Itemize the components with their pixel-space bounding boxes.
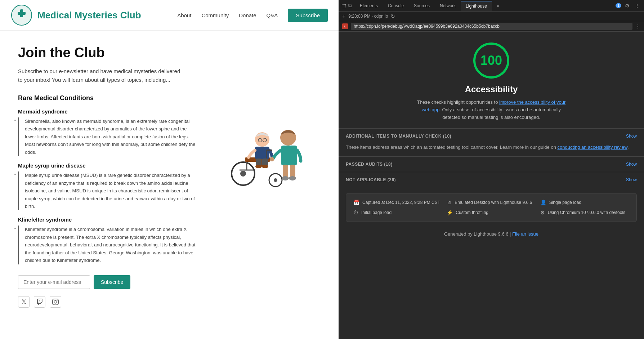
svg-point-6 — [274, 178, 277, 182]
score-title: Accessibility — [465, 84, 518, 94]
svg-point-4 — [240, 171, 246, 177]
score-number: 100 — [480, 53, 502, 68]
text-column: Rare Medical Conditions Mermaid syndrome… — [18, 94, 198, 308]
chromium-icon: ⚙ — [540, 210, 545, 215]
svg-point-22 — [270, 157, 274, 161]
reload-icon[interactable]: ↻ — [391, 13, 395, 19]
inspect-icon[interactable]: ⬚ — [341, 3, 346, 9]
instagram-icon[interactable] — [50, 296, 61, 308]
condition-1-heading: Mermaid syndrome — [18, 108, 198, 115]
more-icon[interactable]: ⋮ — [633, 2, 641, 9]
initial-load-text: Initial page load — [361, 209, 392, 216]
svg-rect-2 — [18, 12, 26, 15]
audit-na-show[interactable]: Show — [626, 177, 637, 182]
svg-point-18 — [255, 165, 262, 168]
nav-about[interactable]: About — [177, 12, 191, 18]
settings-icon[interactable]: ⚙ — [623, 2, 631, 9]
devtools-urlbar: + 9:28:08 PM · cdpn.io ↻ — [339, 12, 644, 21]
footer-col-1: 📅 Captured at Dec 11, 2022, 9:28 PM CST … — [353, 199, 442, 216]
svg-rect-24 — [290, 165, 295, 177]
wheelchair-illustration — [209, 94, 303, 195]
intro-text: Subscribe to our e-newsletter and have m… — [18, 67, 184, 84]
svg-point-26 — [289, 176, 296, 180]
twitch-icon[interactable] — [34, 296, 45, 308]
captured-item: 📅 Captured at Dec 11, 2022, 9:28 PM CST — [353, 199, 442, 206]
twitter-icon[interactable]: 𝕏 — [18, 296, 30, 308]
url-input[interactable] — [351, 23, 632, 30]
chromium-text: Using Chromium 107.0.0.0 with devtools — [548, 209, 625, 216]
audit-passed-title: PASSED AUDITS (18) — [346, 162, 626, 167]
main-content: Join the Club Subscribe to our e-newslet… — [0, 31, 339, 322]
svg-point-25 — [282, 176, 289, 180]
subscribe-form: Subscribe — [18, 275, 198, 289]
url-bar: L ⋮ — [339, 21, 644, 32]
devtools-panel: ⬚ ⧉ Elements Console Sources Network Lig… — [339, 0, 644, 339]
navigation: Medical Mysteries Club About Community D… — [0, 0, 339, 31]
tab-lighthouse[interactable]: Lighthouse — [461, 1, 492, 11]
social-icons: 𝕏 — [18, 296, 198, 308]
svg-rect-23 — [283, 165, 288, 177]
condition-2-text: Maple syrup urine disease (MSUD) is a ra… — [18, 171, 198, 210]
logo — [11, 4, 32, 26]
email-input[interactable] — [18, 275, 90, 289]
back-button[interactable]: + — [342, 13, 345, 19]
url-more-icon[interactable]: ⋮ — [635, 23, 640, 29]
device-icon[interactable]: ⧉ — [348, 3, 352, 9]
single-page-text: Single page load — [549, 199, 581, 206]
tab-more[interactable]: » — [492, 1, 505, 10]
audit-na-title: NOT APPLICABLE (26) — [346, 177, 626, 182]
score-description: These checks highlight opportunities to … — [416, 99, 567, 121]
notification-badge: 1 — [616, 3, 621, 8]
favicon: L — [342, 23, 348, 29]
network-icon: ⚡ — [447, 210, 453, 215]
footer-col-2: 🖥 Emulated Desktop with Lighthouse 9.6.6… — [447, 199, 536, 216]
tab-network[interactable]: Network — [435, 1, 461, 10]
lighthouse-panel: 100 Accessibility These checks highlight… — [339, 32, 644, 339]
audit-manual-show[interactable]: Show — [626, 134, 637, 139]
subscribe-button[interactable]: Subscribe — [94, 275, 130, 289]
svg-point-19 — [262, 165, 268, 168]
nav-qa[interactable]: Q&A — [267, 12, 278, 18]
file-issue-link[interactable]: File an issue — [512, 231, 538, 237]
lighthouse-footer: 📅 Captured at Dec 11, 2022, 9:28 PM CST … — [346, 193, 637, 222]
nav-subscribe-button[interactable]: Subscribe — [288, 9, 328, 22]
score-circle: 100 — [473, 43, 509, 79]
calendar-icon: 📅 — [353, 200, 359, 205]
site-title: Medical Mysteries Club — [37, 10, 141, 21]
score-section: 100 Accessibility These checks highlight… — [339, 32, 644, 128]
audit-section-manual[interactable]: ADDITIONAL ITEMS TO MANUALLY CHECK (10) … — [339, 128, 644, 144]
nav-links: About Community Donate Q&A Subscribe — [177, 9, 328, 22]
condition-3-text: Klinefelter syndrome is a chromosomal va… — [18, 226, 198, 264]
chromium-item: ⚙ Using Chromium 107.0.0.0 with devtools — [540, 209, 629, 216]
nav-donate[interactable]: Donate — [239, 12, 256, 18]
desktop-icon: 🖥 — [447, 200, 452, 205]
timestamp: 9:28:08 PM · cdpn.io — [348, 14, 388, 19]
condition-3-heading: Klinefelter syndrome — [18, 217, 198, 223]
image-column — [205, 94, 306, 308]
audit-passed-show[interactable]: Show — [626, 162, 637, 167]
audit-section-na[interactable]: NOT APPLICABLE (26) Show — [339, 172, 644, 187]
section-heading: Rare Medical Conditions — [18, 94, 198, 102]
devtools-tab-icons: 1 ⚙ ⋮ — [616, 2, 641, 9]
footer-col-3: 👤 Single page load ⚙ Using Chromium 107.… — [540, 199, 629, 216]
audit-manual-desc: These items address areas which an autom… — [339, 144, 644, 156]
audit-section-passed[interactable]: PASSED AUDITS (18) Show — [339, 156, 644, 172]
devtools-tabbar: ⬚ ⧉ Elements Console Sources Network Lig… — [339, 0, 644, 12]
audit-manual-title: ADDITIONAL ITEMS TO MANUALLY CHECK (10) — [346, 134, 626, 139]
emulated-text: Emulated Desktop with Lighthouse 9.6.6 — [455, 199, 532, 206]
svg-rect-21 — [281, 146, 297, 165]
throttling-text: Custom throttling — [456, 209, 488, 216]
tab-console[interactable]: Console — [383, 1, 409, 10]
single-page-item: 👤 Single page load — [540, 199, 629, 206]
user-icon: 👤 — [540, 200, 546, 205]
condition-1-text: Sirenomelia, also known as mermaid syndr… — [18, 117, 198, 156]
condition-2-heading: Maple syrup urine disease — [18, 162, 198, 169]
throttling-item: ⚡ Custom throttling — [447, 209, 536, 216]
clock-icon: ⏱ — [353, 210, 358, 215]
tab-elements[interactable]: Elements — [355, 1, 383, 10]
generated-by: Generated by Lighthouse 9.6.6 | File an … — [339, 228, 644, 244]
nav-community[interactable]: Community — [201, 12, 229, 18]
accessibility-review-link[interactable]: conducting an accessibility review — [558, 144, 627, 150]
tab-sources[interactable]: Sources — [409, 1, 435, 10]
page-heading: Join the Club — [18, 45, 321, 61]
